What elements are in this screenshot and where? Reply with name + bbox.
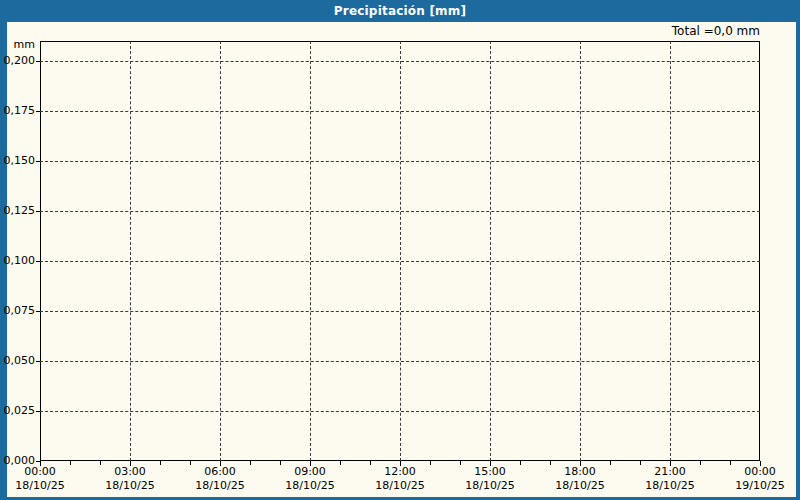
y-axis-tick bbox=[36, 411, 40, 412]
x-tick-date-label: 18/10/25 bbox=[638, 479, 702, 492]
y-axis-tick bbox=[36, 61, 40, 62]
frame-right-border bbox=[796, 22, 800, 500]
x-axis-minor-tick bbox=[100, 461, 101, 465]
x-axis-minor-tick bbox=[520, 461, 521, 465]
y-tick-label: 0,050 bbox=[0, 354, 35, 367]
y-axis-tick bbox=[36, 111, 40, 112]
chart-window: Precipitación [mm] Total =0,0 mm mm 0,00… bbox=[0, 0, 800, 500]
chart-title-bar: Precipitación [mm] bbox=[0, 0, 800, 22]
x-axis-minor-tick bbox=[640, 461, 641, 465]
v-gridline bbox=[310, 41, 311, 461]
x-axis-minor-tick bbox=[280, 461, 281, 465]
x-tick-time-label: 12:00 bbox=[368, 465, 432, 478]
x-tick-time-label: 15:00 bbox=[458, 465, 522, 478]
x-tick-date-label: 18/10/25 bbox=[188, 479, 252, 492]
x-axis-minor-tick bbox=[550, 461, 551, 465]
x-axis-minor-tick bbox=[190, 461, 191, 465]
x-axis-minor-tick bbox=[370, 461, 371, 465]
x-axis-minor-tick bbox=[700, 461, 701, 465]
y-tick-label: 0,200 bbox=[0, 54, 35, 67]
v-gridline bbox=[220, 41, 221, 461]
x-tick-date-label: 18/10/25 bbox=[458, 479, 522, 492]
x-tick-date-label: 18/10/25 bbox=[98, 479, 162, 492]
x-tick-time-label: 03:00 bbox=[98, 465, 162, 478]
x-axis-minor-tick bbox=[340, 461, 341, 465]
x-axis-minor-tick bbox=[730, 461, 731, 465]
x-tick-time-label: 21:00 bbox=[638, 465, 702, 478]
y-tick-label: 0,075 bbox=[0, 304, 35, 317]
x-axis-minor-tick bbox=[250, 461, 251, 465]
x-tick-date-label: 19/10/25 bbox=[728, 479, 792, 492]
y-tick-label: 0,175 bbox=[0, 104, 35, 117]
x-axis-minor-tick bbox=[70, 461, 71, 465]
x-tick-time-label: 06:00 bbox=[188, 465, 252, 478]
y-axis-tick bbox=[36, 261, 40, 262]
x-tick-time-label: 18:00 bbox=[548, 465, 612, 478]
x-tick-date-label: 18/10/25 bbox=[548, 479, 612, 492]
y-axis-tick bbox=[36, 161, 40, 162]
v-gridline bbox=[670, 41, 671, 461]
y-tick-label: 0,125 bbox=[0, 204, 35, 217]
v-gridline bbox=[130, 41, 131, 461]
x-axis-minor-tick bbox=[610, 461, 611, 465]
x-tick-time-label: 00:00 bbox=[728, 465, 792, 478]
x-tick-time-label: 00:00 bbox=[8, 465, 72, 478]
y-axis-unit-label: mm bbox=[0, 38, 35, 51]
v-gridline bbox=[400, 41, 401, 461]
x-tick-date-label: 18/10/25 bbox=[278, 479, 342, 492]
x-tick-date-label: 18/10/25 bbox=[8, 479, 72, 492]
y-axis-tick bbox=[36, 211, 40, 212]
chart-title: Precipitación [mm] bbox=[334, 4, 466, 18]
v-gridline bbox=[490, 41, 491, 461]
x-tick-date-label: 18/10/25 bbox=[368, 479, 432, 492]
y-tick-label: 0,100 bbox=[0, 254, 35, 267]
x-axis-minor-tick bbox=[430, 461, 431, 465]
y-tick-label: 0,150 bbox=[0, 154, 35, 167]
x-axis-minor-tick bbox=[160, 461, 161, 465]
total-annotation: Total =0,0 mm bbox=[560, 24, 760, 38]
x-axis-minor-tick bbox=[460, 461, 461, 465]
y-axis-tick bbox=[36, 311, 40, 312]
x-tick-time-label: 09:00 bbox=[278, 465, 342, 478]
y-axis-tick bbox=[36, 361, 40, 362]
y-tick-label: 0,025 bbox=[0, 404, 35, 417]
v-gridline bbox=[580, 41, 581, 461]
